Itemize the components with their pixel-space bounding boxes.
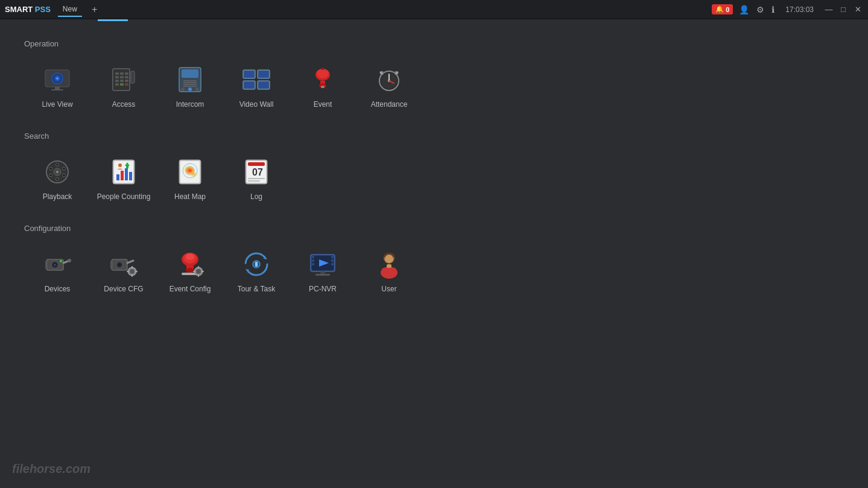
operation-section-title: Operation bbox=[24, 39, 844, 48]
svg-rect-66 bbox=[116, 174, 119, 180]
minimize-button[interactable]: — bbox=[823, 4, 834, 15]
svg-rect-38 bbox=[259, 82, 268, 88]
access-icon bbox=[108, 64, 139, 95]
devices-item[interactable]: Devices bbox=[24, 244, 90, 298]
configuration-section: Configuration bbox=[24, 224, 844, 298]
svg-point-108 bbox=[186, 268, 194, 273]
attendance-icon bbox=[373, 64, 405, 95]
svg-point-61 bbox=[56, 178, 59, 181]
event-config-item[interactable]: Event Config bbox=[157, 244, 223, 298]
svg-rect-114 bbox=[193, 271, 195, 272]
svg-rect-15 bbox=[115, 80, 119, 82]
svg-rect-102 bbox=[127, 271, 129, 272]
pc-nvr-icon bbox=[307, 249, 338, 280]
svg-rect-130 bbox=[320, 271, 325, 274]
settings-icon[interactable]: ⚙ bbox=[755, 4, 765, 16]
svg-point-63 bbox=[49, 167, 52, 170]
svg-rect-103 bbox=[135, 271, 138, 272]
log-item[interactable]: 07 Log bbox=[223, 151, 290, 206]
device-cfg-icon bbox=[108, 249, 139, 280]
svg-rect-136 bbox=[387, 264, 391, 268]
heat-map-icon bbox=[174, 156, 206, 188]
user-icon-box bbox=[373, 249, 405, 280]
svg-rect-83 bbox=[248, 178, 265, 179]
svg-rect-96 bbox=[110, 261, 113, 268]
svg-rect-16 bbox=[120, 80, 124, 82]
svg-rect-125 bbox=[312, 259, 314, 262]
info-icon[interactable]: ℹ bbox=[770, 4, 776, 16]
svg-point-88 bbox=[54, 264, 56, 266]
playback-item[interactable]: Playback bbox=[24, 151, 90, 206]
playback-label: Playback bbox=[43, 192, 72, 201]
search-section: Search bbox=[24, 132, 844, 206]
svg-rect-124 bbox=[312, 256, 314, 258]
close-button[interactable]: ✕ bbox=[852, 4, 863, 15]
alert-badge[interactable]: 🔔 0 bbox=[712, 4, 733, 14]
devices-label: Devices bbox=[45, 285, 71, 293]
svg-rect-68 bbox=[125, 168, 128, 180]
people-counting-label: People Counting bbox=[97, 192, 151, 201]
svg-point-99 bbox=[130, 269, 135, 274]
configuration-section-title: Configuration bbox=[24, 224, 844, 233]
svg-point-62 bbox=[49, 174, 52, 177]
svg-rect-69 bbox=[129, 172, 132, 180]
attendance-item[interactable]: Attendance bbox=[356, 59, 422, 113]
svg-rect-100 bbox=[131, 266, 133, 268]
svg-rect-129 bbox=[331, 263, 334, 265]
svg-point-4 bbox=[57, 78, 59, 80]
svg-text:07: 07 bbox=[252, 167, 263, 177]
svg-rect-35 bbox=[244, 71, 254, 77]
attendance-label: Attendance bbox=[371, 100, 408, 109]
titlebar-left: SMART PSS New + bbox=[5, 2, 100, 17]
user-label: User bbox=[381, 285, 396, 293]
pc-nvr-item[interactable]: PC-NVR bbox=[290, 244, 356, 298]
user-item[interactable]: User bbox=[356, 244, 422, 298]
main-content: Operation Live View bbox=[0, 21, 868, 334]
intercom-item[interactable]: Intercom bbox=[157, 59, 223, 113]
svg-rect-17 bbox=[125, 80, 128, 82]
tab-add-button[interactable]: + bbox=[89, 4, 100, 15]
pc-nvr-label: PC-NVR bbox=[309, 285, 337, 293]
svg-rect-5 bbox=[55, 87, 60, 89]
svg-rect-126 bbox=[312, 263, 314, 265]
svg-rect-19 bbox=[120, 83, 124, 86]
alert-count: 0 bbox=[726, 6, 729, 13]
configuration-grid: Devices bbox=[24, 244, 844, 298]
video-wall-icon bbox=[241, 64, 272, 95]
svg-point-134 bbox=[385, 255, 393, 263]
svg-point-29 bbox=[188, 87, 192, 91]
tour-task-label: Tour & Task bbox=[238, 285, 275, 293]
heat-map-item[interactable]: Heat Map bbox=[157, 151, 223, 206]
svg-rect-36 bbox=[259, 71, 268, 77]
svg-rect-81 bbox=[248, 162, 265, 166]
event-icon bbox=[307, 64, 338, 95]
device-cfg-label: Device CFG bbox=[104, 285, 143, 293]
tour-task-item[interactable]: Tour & Task bbox=[223, 244, 290, 298]
svg-rect-21 bbox=[131, 71, 135, 83]
user-icon[interactable]: 👤 bbox=[738, 4, 750, 16]
svg-rect-10 bbox=[120, 72, 124, 75]
watermark: filehorse.com bbox=[12, 462, 90, 476]
search-section-title: Search bbox=[24, 132, 844, 141]
window-controls: — □ ✕ bbox=[823, 4, 863, 15]
heat-map-label: Heat Map bbox=[174, 192, 206, 201]
search-grid: Playback bbox=[24, 151, 844, 206]
tab-new[interactable]: New bbox=[58, 2, 82, 17]
video-wall-item[interactable]: Video Wall bbox=[223, 59, 290, 113]
app-logo: SMART PSS bbox=[5, 5, 51, 14]
svg-rect-14 bbox=[125, 76, 128, 78]
live-view-item[interactable]: Live View bbox=[24, 59, 90, 113]
svg-point-44 bbox=[321, 86, 325, 88]
watermark-text: filehorse.com bbox=[12, 462, 90, 475]
people-counting-icon bbox=[108, 156, 139, 188]
tab-indicator bbox=[0, 19, 868, 21]
svg-rect-131 bbox=[315, 274, 330, 276]
event-item[interactable]: Event bbox=[290, 59, 356, 113]
access-item[interactable]: Access bbox=[90, 59, 157, 113]
svg-rect-112 bbox=[198, 266, 199, 268]
speaker-icon: 🔔 bbox=[715, 5, 724, 13]
maximize-button[interactable]: □ bbox=[838, 4, 849, 15]
titlebar-right: 🔔 0 👤 ⚙ ℹ 17:03:03 — □ ✕ bbox=[712, 4, 863, 16]
people-counting-item[interactable]: People Counting bbox=[90, 151, 157, 206]
device-cfg-item[interactable]: Device CFG bbox=[90, 244, 157, 298]
